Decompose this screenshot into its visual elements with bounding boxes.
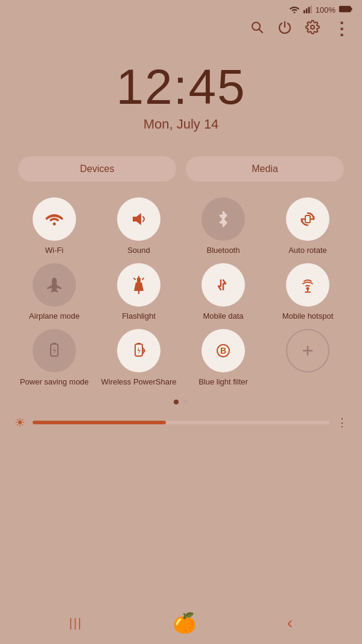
wifi-status-icon (289, 5, 300, 15)
home-nav-icon[interactable]: 🍊 (173, 611, 197, 634)
qs-sound[interactable]: Sound (99, 197, 179, 256)
qs-wireless-powershare[interactable]: Wireless PowerShare (99, 329, 179, 387)
brightness-more-icon[interactable]: ⋮ (337, 416, 348, 429)
svg-rect-4 (311, 5, 312, 13)
quick-settings-panel: Wi-Fi Sound Bluetooth (0, 188, 362, 392)
qs-power-saving-label: Power saving mode (20, 377, 89, 387)
svg-text:B: B (220, 346, 226, 355)
qs-auto-rotate-circle (286, 197, 329, 241)
qs-bluetooth-circle (202, 197, 245, 241)
media-tab[interactable]: Media (186, 156, 344, 182)
signal-icon (303, 5, 312, 15)
qs-auto-rotate[interactable]: Auto rotate (268, 197, 348, 256)
qs-wireless-powershare-circle (117, 329, 160, 372)
qs-power-saving-circle (33, 329, 76, 372)
qs-wifi-circle (33, 197, 76, 241)
svg-line-8 (259, 30, 263, 33)
svg-rect-3 (308, 7, 310, 14)
qs-airplane-circle (33, 263, 76, 307)
qs-airplane-label: Airplane mode (29, 311, 80, 322)
qs-mobile-data-label: Mobile data (203, 311, 243, 322)
qs-flashlight-label: Flashlight (122, 311, 156, 322)
qs-mobile-hotspot-circle (286, 263, 329, 307)
battery-status: 100% (316, 5, 335, 14)
clock-time: 12:45 (0, 62, 362, 112)
battery-icon (339, 5, 352, 14)
qs-grid: Wi-Fi Sound Bluetooth (14, 197, 348, 387)
svg-point-0 (293, 12, 295, 14)
svg-rect-5 (339, 6, 351, 11)
svg-point-9 (311, 25, 314, 29)
qs-blue-light-filter-circle: B (202, 329, 245, 372)
qs-blue-light-filter-label: Blue light filter (198, 377, 248, 387)
svg-rect-25 (137, 343, 141, 344)
brightness-icon: ☀ (14, 415, 25, 430)
qs-wifi-label: Wi-Fi (45, 246, 63, 256)
top-actions: ⋮ (0, 18, 362, 44)
qs-wifi[interactable]: Wi-Fi (14, 197, 94, 256)
svg-line-17 (134, 278, 135, 279)
qs-sound-label: Sound (127, 246, 150, 256)
clock-section: 12:45 Mon, July 14 (0, 44, 362, 144)
status-bar: 100% (0, 0, 362, 18)
qs-mobile-hotspot-label: Mobile hotspot (282, 311, 334, 322)
qs-flashlight-circle (117, 263, 160, 307)
bottom-nav: ||| 🍊 ‹ (0, 602, 362, 644)
svg-rect-6 (351, 8, 352, 11)
clock-date: Mon, July 14 (0, 116, 362, 132)
power-icon[interactable] (278, 20, 292, 38)
svg-rect-2 (306, 8, 308, 13)
qs-sound-circle (117, 197, 160, 241)
svg-marker-14 (134, 282, 144, 291)
svg-point-10 (53, 223, 56, 226)
qs-add-circle (286, 329, 329, 372)
qs-mobile-data[interactable]: Mobile data (183, 263, 263, 322)
svg-rect-1 (303, 10, 305, 13)
qs-flashlight[interactable]: Flashlight (99, 263, 179, 322)
svg-marker-11 (133, 213, 141, 225)
qs-blue-light-filter[interactable]: B Blue light filter (183, 329, 263, 387)
qs-add[interactable] (268, 329, 348, 387)
svg-line-18 (142, 278, 144, 279)
search-icon[interactable] (250, 20, 264, 38)
more-options-icon[interactable]: ⋮ (333, 21, 350, 37)
devices-tab[interactable]: Devices (18, 156, 176, 182)
svg-rect-12 (305, 215, 310, 223)
brightness-slider-track[interactable] (33, 421, 329, 424)
tab-buttons: Devices Media (0, 144, 362, 188)
brightness-fill (33, 421, 166, 424)
qs-airplane[interactable]: Airplane mode (14, 263, 94, 322)
back-nav-icon[interactable]: ‹ (287, 613, 293, 633)
pagination-dots (0, 392, 362, 409)
svg-rect-23 (52, 343, 56, 344)
qs-auto-rotate-label: Auto rotate (288, 246, 327, 256)
qs-bluetooth-label: Bluetooth (207, 246, 240, 256)
qs-mobile-hotspot[interactable]: Mobile hotspot (268, 263, 348, 322)
svg-rect-13 (137, 278, 141, 282)
qs-wireless-powershare-label: Wireless PowerShare (101, 377, 177, 387)
qs-power-saving[interactable]: Power saving mode (14, 329, 94, 387)
dot-1 (174, 400, 179, 404)
dot-2 (183, 400, 188, 404)
recents-nav-icon[interactable]: ||| (69, 616, 83, 630)
qs-mobile-data-circle (202, 263, 245, 307)
brightness-row: ☀ ⋮ (0, 409, 362, 436)
qs-bluetooth[interactable]: Bluetooth (183, 197, 263, 256)
settings-icon[interactable] (305, 20, 320, 38)
